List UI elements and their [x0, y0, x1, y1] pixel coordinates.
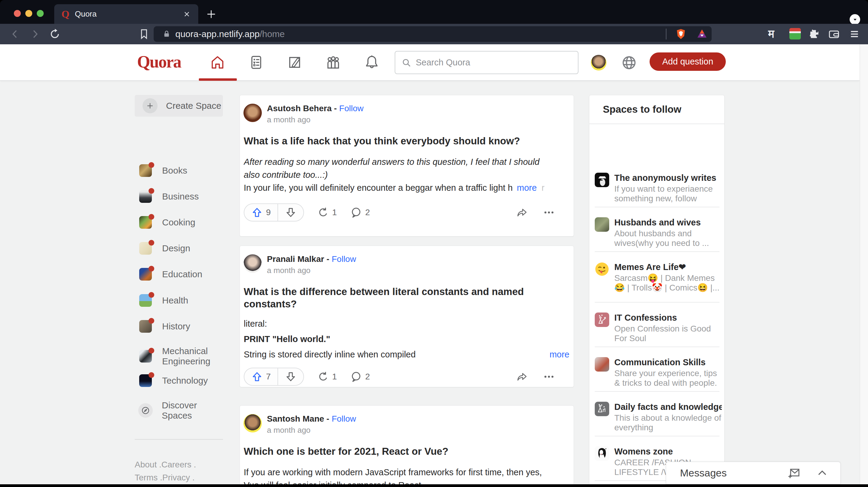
footer-link-line[interactable]: About .Careers . — [135, 458, 200, 471]
author-name[interactable]: Pranali Malkar -Follow — [267, 254, 356, 264]
upvote-button[interactable]: 7 — [244, 368, 277, 385]
sidebar-item-label: Cooking — [162, 217, 195, 227]
sidebar-item-books[interactable]: Books — [135, 164, 187, 177]
sidebar-item-technology[interactable]: Technology — [135, 374, 208, 387]
profile-avatar[interactable] — [591, 55, 607, 70]
nav-notifications-icon[interactable] — [363, 54, 380, 71]
browser-tab-quora[interactable]: Q Quora — [54, 4, 198, 24]
design-thumbnail — [139, 242, 152, 255]
window-close-button[interactable] — [14, 10, 21, 17]
comment-button[interactable]: 2 — [350, 371, 370, 383]
nav-answers-icon[interactable] — [248, 54, 265, 71]
puzzle-extensions-icon[interactable] — [808, 28, 820, 40]
business-thumbnail — [139, 190, 152, 203]
post-title[interactable]: Which one is better for 2021, React or V… — [244, 445, 569, 457]
sidebar-item-design[interactable]: Design — [135, 242, 190, 255]
brave-shield-icon[interactable] — [675, 28, 687, 40]
plus-icon — [143, 98, 158, 113]
space-description: This is about a knowledge of everything — [614, 413, 722, 432]
space-name: The anonymously writes — [614, 173, 722, 183]
sidebar-item-label: Design — [162, 243, 190, 253]
downvote-button[interactable] — [277, 368, 303, 385]
space-avatar — [595, 217, 609, 232]
sidebar-item-health[interactable]: Health — [135, 294, 188, 307]
new-message-icon[interactable] — [788, 466, 801, 480]
notification-dot — [149, 372, 154, 378]
more-options-icon[interactable] — [542, 371, 556, 383]
nav-home-icon[interactable] — [209, 54, 226, 71]
page-scrollbar-track[interactable] — [860, 44, 868, 484]
reload-icon[interactable] — [49, 28, 61, 40]
create-space-button[interactable]: Create Space — [135, 95, 223, 117]
browser-toolbar: quora-app.netlify.app/home म — [0, 24, 868, 44]
more-link[interactable]: more — [550, 348, 569, 361]
upvote-button[interactable]: 9 — [244, 204, 277, 221]
space-name: Daily facts and knowledge — [614, 402, 722, 412]
sidebar-item-label: Books — [162, 165, 187, 176]
downvote-button[interactable] — [277, 204, 303, 221]
more-link[interactable]: more — [517, 181, 537, 194]
space-description: If you want to experiaence something new… — [614, 184, 722, 204]
sidebar-item-history[interactable]: History — [135, 320, 190, 333]
menu-icon[interactable] — [848, 28, 861, 40]
search-bar[interactable] — [395, 51, 579, 74]
body-line: PRINT "Hello world." — [244, 333, 569, 346]
sidebar-item-discover-spaces[interactable]: Discover Spaces — [135, 400, 204, 421]
address-bar[interactable]: quora-app.netlify.app/home — [154, 26, 712, 42]
follow-link[interactable]: Follow — [332, 414, 356, 423]
bat-rewards-icon[interactable] — [696, 28, 708, 40]
add-question-button[interactable]: Add question — [650, 53, 726, 71]
search-input[interactable] — [416, 58, 560, 67]
post-title[interactable]: What is a life hack that you think every… — [244, 135, 569, 147]
comment-button[interactable]: 2 — [350, 207, 370, 218]
space-avatar — [595, 357, 609, 372]
tab-close-icon[interactable] — [182, 9, 192, 19]
author-avatar[interactable] — [243, 414, 262, 432]
share-icon[interactable] — [516, 371, 528, 383]
extension-icon[interactable] — [789, 28, 801, 39]
quora-logo[interactable]: Quora — [137, 52, 181, 71]
technology-thumbnail — [139, 374, 152, 387]
sidebar-item-business[interactable]: Business — [135, 190, 199, 203]
nav-write-icon[interactable] — [286, 54, 303, 71]
footer-link-line[interactable]: Terms .Privacy . — [135, 471, 200, 484]
messages-bar[interactable]: Messages — [666, 462, 841, 484]
space-avatar — [595, 312, 609, 327]
chevron-up-icon[interactable] — [816, 467, 828, 479]
share-icon[interactable] — [516, 207, 528, 218]
devanagari-extension-icon[interactable]: म — [768, 27, 774, 41]
more-options-icon[interactable] — [542, 207, 556, 218]
author-name[interactable]: Asutosh Behera -Follow — [267, 104, 364, 113]
post-title[interactable]: What is the difference between literal c… — [244, 285, 533, 310]
bookmark-icon[interactable] — [138, 28, 150, 40]
nav-spaces-icon[interactable] — [325, 54, 342, 71]
author-name[interactable]: Santosh Mane -Follow — [267, 414, 356, 424]
window-zoom-button[interactable] — [37, 10, 44, 17]
books-thumbnail — [139, 164, 152, 177]
education-thumbnail — [139, 268, 152, 280]
follow-link[interactable]: Follow — [339, 104, 364, 113]
back-icon[interactable] — [9, 28, 21, 40]
lock-icon — [162, 30, 171, 38]
tab-search-menu-icon[interactable] — [849, 14, 860, 25]
repost-button[interactable]: 1 — [317, 207, 337, 218]
post-body: If you are working with modern JavaScrip… — [244, 466, 569, 487]
body-line: also contribute too...:) — [244, 169, 569, 181]
active-tab-underline — [199, 78, 237, 81]
history-thumbnail — [139, 320, 152, 333]
follow-link[interactable]: Follow — [332, 254, 356, 264]
sidebar-item-mechanical-engineering[interactable]: Mechanical Engineering — [135, 346, 222, 366]
window-minimize-button[interactable] — [25, 10, 32, 17]
author-avatar[interactable] — [243, 254, 262, 273]
sidebar-item-education[interactable]: Education — [135, 268, 202, 280]
sidebar-item-cooking[interactable]: Cooking — [135, 216, 195, 229]
post-body: literal: PRINT "Hello world." String is … — [244, 317, 569, 361]
new-tab-icon[interactable] — [206, 8, 217, 20]
repost-button[interactable]: 1 — [317, 371, 337, 383]
toolbar-divider — [666, 29, 666, 39]
quora-page: Quora — [0, 44, 868, 484]
globe-language-icon[interactable] — [621, 55, 637, 70]
author-avatar[interactable] — [243, 104, 262, 122]
wallet-icon[interactable] — [828, 28, 840, 40]
forward-icon[interactable] — [29, 28, 41, 40]
